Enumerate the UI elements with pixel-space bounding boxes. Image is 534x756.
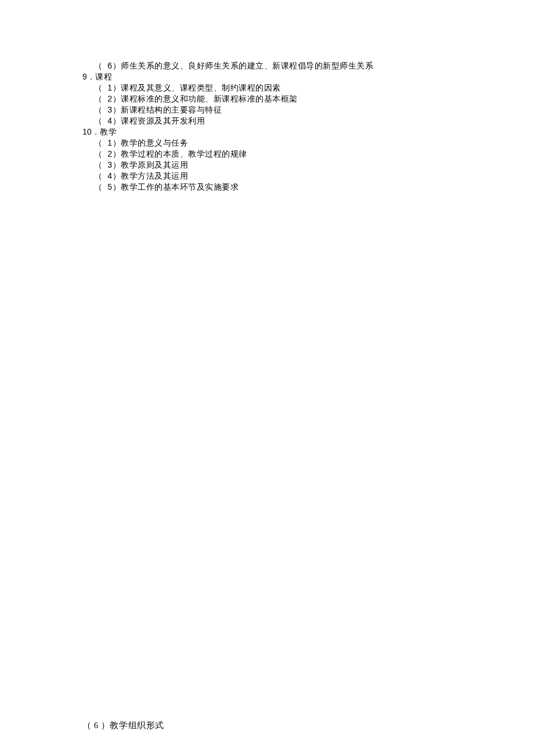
outline-item: （ 1）课程及其意义、课程类型、制约课程的因素 <box>94 82 442 93</box>
outline-heading-9: 9．课程 <box>82 71 442 82</box>
outline-item: （ 2）课程标准的意义和功能、新课程标准的基本框架 <box>94 93 442 104</box>
outline-item: （ 5）教学工作的基本环节及实施要求 <box>94 182 442 193</box>
outline-item: （ 4）课程资源及其开发利用 <box>94 115 442 126</box>
outline-bottom-item: （ 6 ）教学组织形式 <box>82 720 164 731</box>
outline-item: （ 3）教学原则及其运用 <box>94 160 442 171</box>
outline-item: （ 3）新课程结构的主要容与特征 <box>94 104 442 115</box>
outline-item: （ 2）教学过程的本质、教学过程的规律 <box>94 149 442 160</box>
document-page: （ 6）师生关系的意义、良好师生关系的建立、新课程倡导的新型师生关系 9．课程 … <box>0 0 534 756</box>
outline-item: （ 6）师生关系的意义、良好师生关系的建立、新课程倡导的新型师生关系 <box>94 60 442 71</box>
outline-item: （ 4）教学方法及其运用 <box>94 171 442 182</box>
outline-top-block: （ 6）师生关系的意义、良好师生关系的建立、新课程倡导的新型师生关系 9．课程 … <box>94 60 442 193</box>
outline-heading-10: 10．教学 <box>82 126 442 138</box>
outline-item: （ 1）教学的意义与任务 <box>94 138 442 149</box>
